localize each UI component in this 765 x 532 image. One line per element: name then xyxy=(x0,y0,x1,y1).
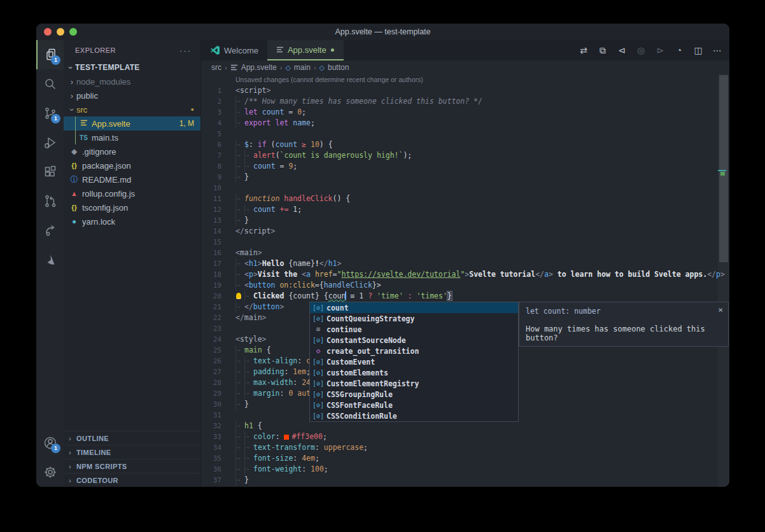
code-line-2[interactable]: 2→/** How many times has someone clicked… xyxy=(201,96,718,107)
current-change-icon: ◎ xyxy=(633,43,649,58)
file-rollup.config.js[interactable]: ▲rollup.config.js xyxy=(64,186,200,200)
suggestion-CustomEvent[interactable]: [⊘]CustomEvent xyxy=(310,356,518,367)
unsaved-dot-icon[interactable]: ● xyxy=(330,45,335,54)
title-bar[interactable]: App.svelte — test-template xyxy=(36,24,729,40)
code-line-3[interactable]: 3→let count = 0; xyxy=(201,107,718,118)
code-line-16[interactable]: 16<main> xyxy=(201,248,718,258)
open-changes-icon[interactable]: ⧉ xyxy=(594,43,611,58)
color-swatch[interactable] xyxy=(284,435,289,440)
code-line-10[interactable]: 10 xyxy=(201,183,718,193)
code-line-5[interactable]: 5 xyxy=(201,129,718,139)
code-line-1[interactable]: 1<script> xyxy=(201,85,718,96)
suggestion-CSSConditionRule[interactable]: [⊘]CSSConditionRule xyxy=(310,410,518,421)
file-tsconfig.json[interactable]: {}tsconfig.json xyxy=(64,200,200,214)
code-line-34[interactable]: 34→→text-transform: uppercase; xyxy=(201,442,718,453)
code-line-9[interactable]: 9→} xyxy=(201,172,718,183)
chevron-right-icon: › xyxy=(71,77,73,87)
activity-run-debug-icon[interactable] xyxy=(36,128,64,157)
suggestion-CSSFontFaceRule[interactable]: [⊘]CSSFontFaceRule xyxy=(310,400,518,410)
code-line-35[interactable]: 35→→font-size: 4em; xyxy=(201,453,718,464)
activity-accounts-icon[interactable]: 1 xyxy=(36,428,64,458)
code-line-36[interactable]: 36→→font-weight: 100; xyxy=(201,464,718,475)
code-line-14[interactable]: 14</script> xyxy=(201,226,718,237)
code-text xyxy=(235,410,244,421)
file-yarn.lock[interactable]: ●yarn.lock xyxy=(64,214,200,228)
line-number: 16 xyxy=(201,248,221,258)
activity-extensions-icon[interactable] xyxy=(36,157,64,186)
source-control-badge: 1 xyxy=(51,114,60,123)
suggestion-CountQueuingStrategy[interactable]: [⊘]CountQueuingStrategy xyxy=(310,313,518,324)
code-line-7[interactable]: 7→→alert(`count is dangerously high!`); xyxy=(201,150,718,161)
line-number: 25 xyxy=(201,345,221,356)
activity-explorer-icon[interactable]: 1 xyxy=(36,40,64,69)
section-outline[interactable]: ›OUTLINE xyxy=(64,431,200,445)
tab-app-svelte[interactable]: App.svelte● xyxy=(267,40,344,60)
breadcrumb-item-button[interactable]: button xyxy=(328,63,349,72)
line-number: 6 xyxy=(201,139,221,150)
activity-settings-icon[interactable] xyxy=(36,458,64,487)
code-line-11[interactable]: 11→function handleClick() { xyxy=(201,193,718,204)
codelens-unsaved-changes[interactable]: Unsaved changes (cannot determine recent… xyxy=(235,74,423,85)
section-timeline[interactable]: ›TIMELINE xyxy=(64,445,200,459)
code-line-19[interactable]: 19→<button on:click={handleClick}> xyxy=(201,280,718,291)
tab-welcome[interactable]: Welcome xyxy=(201,40,267,60)
breadcrumb-item-app-svelte[interactable]: App.svelte xyxy=(241,63,277,72)
folder-node_modules[interactable]: ›node_modules xyxy=(64,74,200,88)
code-line-32[interactable]: 32→h1 { xyxy=(201,421,718,431)
code-line-4[interactable]: 4→export let name; xyxy=(201,118,718,129)
more-actions-icon[interactable]: ⋯ xyxy=(709,43,726,58)
breadcrumb[interactable]: src›App.svelte›◇main›◇button xyxy=(201,60,729,74)
code-text: <main> xyxy=(235,248,262,258)
editor-scrollbar[interactable] xyxy=(718,74,729,487)
folder-src[interactable]: ›src● xyxy=(64,102,200,116)
activity-search-icon[interactable] xyxy=(36,69,64,99)
suggestion-customElements[interactable]: [⊘]customElements xyxy=(310,367,518,378)
file-.gitignore[interactable]: ◆.gitignore xyxy=(64,144,200,158)
suggestion-CustomElementRegistry[interactable]: [⊘]CustomElementRegistry xyxy=(310,378,518,389)
line-number: 4 xyxy=(201,118,221,129)
breadcrumb-item-main[interactable]: main xyxy=(294,63,311,72)
code-line-12[interactable]: 12→→count += 1; xyxy=(201,204,718,215)
suggestion-create_out_transition[interactable]: ◇create_out_transition xyxy=(310,346,518,356)
code-line-37[interactable]: 37→} xyxy=(201,475,718,486)
suggestion-count[interactable]: [⊘]count xyxy=(310,302,518,313)
section-npm-scripts[interactable]: ›NPM SCRIPTS xyxy=(64,459,200,473)
file-package.json[interactable]: {}package.json xyxy=(64,158,200,172)
suggestion-continue[interactable]: ≡continue xyxy=(310,324,518,335)
activity-live-share-icon[interactable] xyxy=(36,216,64,245)
line-number: 36 xyxy=(201,464,221,475)
code-line-13[interactable]: 13→} xyxy=(201,215,718,226)
timeline-icon[interactable]: ◔ xyxy=(671,43,687,58)
activity-azure-icon[interactable] xyxy=(36,245,64,274)
chevron-right-icon: › xyxy=(64,477,76,484)
code-line-6[interactable]: 6→$: if (count ≥ 10) { xyxy=(201,139,718,150)
file-App.svelte[interactable]: App.svelte1, M xyxy=(64,116,200,130)
suggestion-CSSGroupingRule[interactable]: [⊘]CSSGroupingRule xyxy=(310,389,518,400)
compare-changes-icon[interactable]: ⇄ xyxy=(575,43,592,58)
code-line-18[interactable]: 18→<p>Visit the <a href="https://svelte.… xyxy=(201,269,718,280)
suggestion-ConstantSourceNode[interactable]: [⊘]ConstantSourceNode xyxy=(310,335,518,346)
code-line-20[interactable]: 20→Clicked {count} {coun ≡ 1 ? 'time' : … xyxy=(201,291,718,302)
file-README.md[interactable]: ⓘREADME.md xyxy=(64,172,200,186)
code-line-33[interactable]: 33→→color: #ff3e00; xyxy=(201,431,718,442)
activity-source-control-icon[interactable]: 1 xyxy=(36,99,64,128)
activity-github-pr-icon[interactable] xyxy=(36,186,64,216)
previous-change-icon[interactable]: ⊲ xyxy=(614,43,630,58)
code-line-15[interactable]: 15 xyxy=(201,237,718,248)
explorer-root-folder[interactable]: ›TEST-TEMPLATE xyxy=(64,60,200,74)
split-editor-icon[interactable]: ◫ xyxy=(690,43,706,58)
chevron-down-icon: › xyxy=(66,66,75,69)
code-line-17[interactable]: 17→<h1>Hello {name}!</h1> xyxy=(201,258,718,269)
explorer-more-actions-icon[interactable]: ··· xyxy=(179,46,192,55)
file-main.ts[interactable]: TSmain.ts xyxy=(64,130,200,144)
code-line-8[interactable]: 8→→count = 9; xyxy=(201,161,718,172)
breadcrumb-item-src[interactable]: src xyxy=(211,63,221,72)
lightbulb-icon[interactable] xyxy=(236,293,241,299)
scrollbar-thumb[interactable] xyxy=(719,75,728,262)
close-icon[interactable]: × xyxy=(718,305,723,314)
file-name: .gitignore xyxy=(82,147,200,157)
folder-public[interactable]: ›public xyxy=(64,88,200,102)
section-codetour[interactable]: ›CODETOUR xyxy=(64,473,200,487)
file-type-icon: TS xyxy=(78,134,89,141)
code-editor[interactable]: [⊘]count[⊘]CountQueuingStrategy≡continue… xyxy=(201,74,729,487)
